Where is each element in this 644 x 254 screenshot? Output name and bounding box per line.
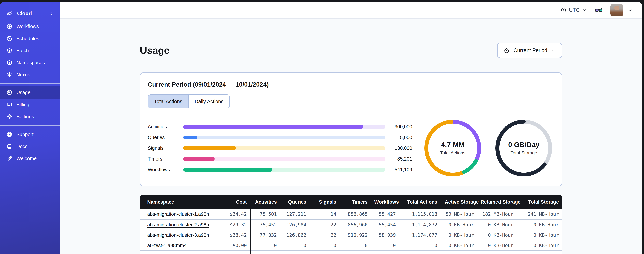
col-signals: Signals (310, 195, 340, 209)
sidebar-item-label: Usage (16, 90, 30, 95)
table-row: abs-migration-cluster-3.a98mm4 $38.42 77… (140, 230, 562, 240)
bar-track (183, 157, 385, 161)
bar-label: Queries (148, 135, 183, 140)
schedules-icon (6, 36, 12, 42)
cell-queries: 0 (280, 251, 310, 254)
cell-activities: 75,452 (250, 220, 280, 230)
cell-retained-storage: 0 KB-Hour (477, 230, 517, 240)
bar-value: 130,000 (385, 146, 412, 151)
sidebar-divider (0, 84, 60, 84)
sidebar-item-billing[interactable]: Billing (0, 98, 60, 110)
cell-signals: 14 (310, 209, 340, 220)
cell-workflows: 0 (371, 251, 399, 254)
tab-total-actions[interactable]: Total Actions (148, 95, 188, 108)
topbar: UTC (60, 2, 642, 19)
sidebar-item-workflows[interactable]: Workflows (0, 20, 60, 32)
bar-row-activities: Activities 900,000 (148, 121, 412, 132)
col-workflows: Workflows (371, 195, 399, 209)
sidebar-item-usage[interactable]: Usage (0, 86, 60, 98)
cell-activities: 0 (250, 240, 280, 251)
sidebar-item-label: Schedules (16, 36, 39, 42)
sidebar-item-label: Support (16, 132, 34, 137)
timezone-picker[interactable]: UTC (560, 7, 587, 13)
sidebar-item-label: Docs (16, 144, 28, 149)
cell-timers: 910,922 (340, 230, 371, 240)
sidebar-item-docs[interactable]: Docs (0, 140, 60, 152)
sidebar-item-support[interactable]: Support (0, 128, 60, 140)
sidebar-item-settings[interactable]: Settings (0, 110, 60, 123)
book-icon (6, 144, 12, 150)
sidebar-item-schedules[interactable]: Schedules (0, 32, 60, 44)
actions-tab-group: Total Actions Daily Actions (148, 94, 230, 108)
namespace-link[interactable]: abs-migration-cluster-3.a98mm4 (147, 232, 208, 238)
cell-timers: 0 (340, 251, 371, 254)
bar-value: 85,201 (385, 156, 412, 162)
sidebar-brand[interactable]: Cloud (0, 7, 60, 20)
cell-signals: 0 (310, 240, 340, 251)
donut-label: Total Actions (440, 150, 466, 156)
card-title: Current Period (09/01/2024 — 10/01/2024) (148, 81, 554, 88)
timezone-label: UTC (569, 7, 580, 13)
col-cost: Cost (208, 195, 250, 209)
demo-glasses-button[interactable] (594, 6, 603, 14)
sidebar-item-welcome[interactable]: Welcome (0, 152, 60, 164)
cell-retained-storage: 182 MB-Hour (477, 209, 517, 220)
bar-value: 900,000 (385, 124, 412, 130)
user-menu[interactable] (610, 4, 632, 16)
bar-track (183, 136, 385, 140)
gauge-icon (6, 90, 12, 96)
actions-bar-chart: Activities 900,000 Queries 5,000 Signals… (148, 121, 412, 175)
namespace-link[interactable]: abs-migration-cluster-1.a98mm4 (147, 212, 208, 217)
cell-total-storage: 0 KB-Hour (517, 240, 562, 251)
col-namespace: Namespace (140, 195, 208, 209)
sidebar-item-namespaces[interactable]: Namespaces (0, 57, 60, 69)
period-select-button[interactable]: Current Period (497, 43, 562, 58)
cell-total-storage: 0 KB-Hour (517, 230, 562, 240)
bar-value: 541,109 (385, 167, 412, 172)
sidebar-item-label: Welcome (16, 156, 36, 161)
cell-total-storage: 0 KB-Hour (517, 251, 562, 254)
namespace-link[interactable]: a0-test-2.a98mm4 (147, 253, 186, 254)
bar-fill (183, 146, 236, 150)
cell-active-storage: 0 KB-Hour (441, 220, 477, 230)
cell-signals: 0 (310, 251, 340, 254)
bar-row-signals: Signals 130,000 (148, 143, 412, 154)
bar-row-queries: Queries 5,000 (148, 132, 412, 143)
avatar[interactable] (610, 4, 623, 16)
workflows-icon (6, 24, 12, 30)
tab-daily-actions[interactable]: Daily Actions (188, 95, 230, 108)
cell-cost: $0.00 (208, 251, 250, 254)
bar-label: Signals (148, 146, 183, 151)
cell-total-storage: 0 KB-Hour (517, 220, 562, 230)
bar-fill (183, 168, 272, 172)
total-storage-donut: 0 GB/Day Total Storage (493, 118, 554, 178)
cell-signals: 22 (310, 220, 340, 230)
cell-total-actions: 1,115,018 (399, 209, 441, 220)
sidebar-item-label: Settings (16, 114, 34, 120)
namespace-link[interactable]: a0-test-1.a98mm4 (147, 243, 186, 248)
sidebar-item-batch[interactable]: Batch (0, 44, 60, 57)
cell-active-storage: 0 KB-Hour (441, 240, 477, 251)
cell-queries: 0 (280, 240, 310, 251)
namespace-link[interactable]: abs-migration-cluster-2.a98mm4 (147, 222, 208, 227)
life-buoy-icon (6, 131, 12, 138)
bar-label: Timers (148, 156, 183, 162)
cell-retained-storage: 0 KB-Hour (477, 251, 517, 254)
layers-icon (6, 48, 12, 54)
cell-timers: 856,960 (340, 220, 371, 230)
bar-track (183, 146, 385, 150)
cell-active-storage: 0 KB-Hour (441, 251, 477, 254)
page-title: Usage (140, 44, 170, 56)
cell-cost: $34.42 (208, 209, 250, 220)
collapse-sidebar-icon[interactable] (48, 11, 54, 16)
col-retained-storage: Retained Storage (477, 195, 517, 209)
clock-icon (560, 7, 566, 13)
bar-fill (183, 125, 363, 129)
table-row: abs-migration-cluster-1.a98mm4 $34.42 75… (140, 209, 562, 220)
cell-activities: 75,501 (250, 209, 280, 220)
sidebar-item-label: Batch (16, 48, 29, 54)
sidebar-item-nexus[interactable]: Nexus (0, 69, 60, 81)
cell-timers: 0 (340, 240, 371, 251)
cell-active-storage: 0 KB-Hour (441, 230, 477, 240)
cell-total-actions: 1,174,077 (399, 230, 441, 240)
